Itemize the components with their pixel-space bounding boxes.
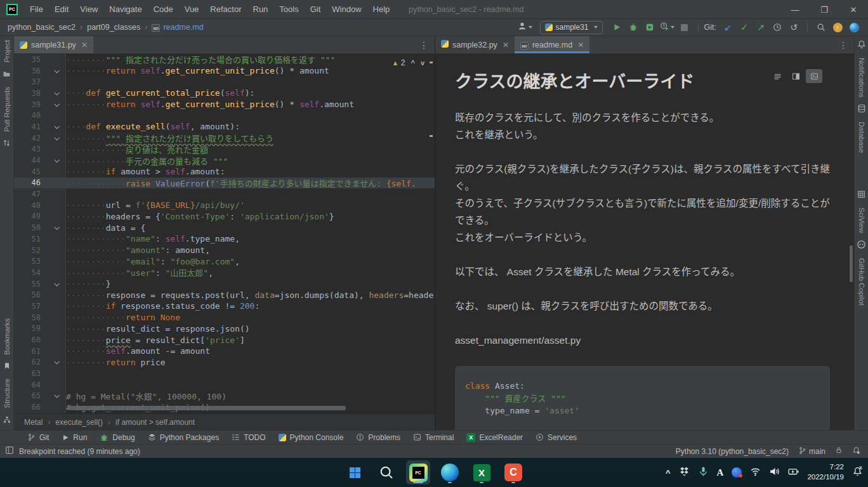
editor-breadcrumb-item[interactable]: if amount > self.amount (115, 418, 195, 427)
close-button[interactable]: ✕ (839, 0, 868, 19)
toolwindow-todo[interactable]: TODO (226, 431, 271, 445)
toolwindow-problems[interactable]: Problems (350, 431, 406, 445)
toolwindow-debug[interactable]: Debug (94, 431, 140, 445)
battery-icon[interactable] (788, 466, 799, 479)
profiler-button[interactable] (659, 20, 676, 34)
taskbar-excel-button[interactable]: X (470, 460, 494, 484)
tab-sample31-py[interactable]: sample31.py ✕ (14, 36, 93, 53)
code-line[interactable]: 50········data = { (14, 222, 435, 233)
prev-warning-icon[interactable]: ^ (411, 59, 414, 67)
stop-button[interactable] (677, 20, 692, 34)
taskbar-edge-button[interactable] (438, 460, 462, 484)
close-tab-icon[interactable]: ✕ (81, 41, 88, 49)
rollback-button[interactable]: ↺ (786, 20, 801, 34)
code-line[interactable]: 54············"user": "山田太郎", (14, 267, 435, 278)
editor-breadcrumb-item[interactable]: Metal (24, 418, 55, 427)
menu-run[interactable]: Run (247, 2, 274, 16)
code-with-me-button[interactable] (846, 20, 862, 34)
code-line[interactable]: 60········price = result_dict['price'] (14, 334, 435, 346)
hidden-icons-chevron[interactable]: ^ (666, 468, 671, 477)
debug-button[interactable] (626, 20, 641, 34)
sidebar-item-pull-requests[interactable]: Pull Requests (3, 87, 11, 132)
fold-column[interactable] (47, 159, 66, 162)
error-stripe-mark[interactable] (430, 62, 433, 63)
menu-navigate[interactable]: Navigate (103, 2, 147, 16)
code-line[interactable]: 48········url = f'{BASE_URL}/api/buy/' (14, 200, 435, 211)
git-update-button[interactable]: ↙ (720, 20, 735, 34)
menu-window[interactable]: Window (326, 2, 367, 16)
menu-git[interactable]: Git (305, 2, 327, 16)
volume-icon[interactable] (769, 466, 780, 479)
toolwindow-terminal[interactable]: Terminal (407, 431, 459, 445)
toolwindow-git[interactable]: Git (22, 431, 55, 445)
taskbar-camtasia-button[interactable]: C (501, 460, 525, 484)
python-interpreter[interactable]: Python 3.10 (python_basic_sec2) (676, 447, 789, 456)
ime-icon[interactable]: A (717, 467, 724, 478)
code-line[interactable]: 45········if amount > self.amount: (14, 166, 435, 178)
code-line[interactable]: 36········return self.get_current_unit_p… (14, 65, 435, 77)
menu-help[interactable]: Help (367, 2, 396, 16)
taskbar-clock[interactable]: 7:22 2022/10/19 (807, 462, 844, 482)
code-line[interactable]: 51············"name": self.type_name, (14, 233, 435, 245)
fold-column[interactable] (47, 282, 66, 286)
code-line[interactable]: 61········self.amount -= amount (14, 346, 435, 357)
menu-vue[interactable]: Vue (179, 2, 205, 16)
git-branch[interactable]: main (798, 446, 825, 457)
sidebar-item-bookmarks[interactable]: Bookmarks (3, 318, 11, 355)
menu-refactor[interactable]: Refactor (204, 2, 247, 16)
minimize-button[interactable]: — (780, 0, 810, 19)
user-sphere-icon[interactable] (732, 467, 742, 477)
tab-readme-md[interactable]: MDreadme.md✕ (515, 36, 589, 53)
run-configuration-select[interactable]: sample31 (540, 21, 603, 34)
tab-list-icon[interactable]: ⋮ (413, 36, 435, 53)
code-line[interactable]: 53············"email": "foo@bar.com", (14, 256, 435, 267)
fold-column[interactable] (47, 394, 66, 398)
code-line[interactable]: 59········result_dict = response.json() (14, 323, 435, 335)
code-line[interactable]: 44············手元の金属の量も減る """ (14, 155, 435, 166)
code-line[interactable]: 38····def get_current_total_price(self): (14, 88, 435, 99)
breadcrumb-item[interactable]: part09_classes (87, 23, 152, 32)
sidebar-item-github-copilot[interactable]: GitHub Copilot (858, 258, 865, 306)
sidebar-item-database[interactable]: Database (858, 122, 865, 153)
menu-edit[interactable]: Edit (49, 2, 74, 16)
vertical-scrollbar[interactable] (850, 245, 853, 282)
tab-list-icon[interactable]: ⋮ (832, 36, 854, 53)
next-warning-icon[interactable]: v (421, 59, 424, 67)
fold-column[interactable] (47, 91, 66, 95)
notification-bell-icon[interactable] (852, 466, 863, 479)
tab-sample32-py[interactable]: sample32.py✕ (435, 36, 515, 53)
code-line[interactable]: 57········if response.status_code != 200… (14, 301, 435, 312)
close-tab-icon[interactable]: ✕ (503, 41, 509, 49)
code-line[interactable]: 63 (14, 368, 435, 379)
code-line[interactable]: 55········} (14, 278, 435, 290)
menu-code[interactable]: Code (148, 2, 179, 16)
menu-view[interactable]: View (74, 2, 103, 16)
taskbar-pycharm-button[interactable]: PC (406, 460, 430, 484)
notifications-icon[interactable] (852, 446, 860, 457)
menu-tools[interactable]: Tools (273, 2, 304, 16)
split-view-icon[interactable] (787, 69, 804, 83)
dropbox-icon[interactable] (679, 466, 690, 479)
sidebar-item-notifications[interactable]: Notifications (858, 58, 865, 98)
inspections-widget[interactable]: ▲ 2 ^ v (392, 58, 424, 67)
code-line[interactable]: 43············戻り値は、売れた金額 (14, 144, 435, 155)
code-line[interactable]: 47 (14, 188, 435, 200)
fold-column[interactable] (47, 360, 66, 364)
code-line[interactable]: 62········return price (14, 357, 435, 368)
code-editor[interactable]: 35········""" 指定された分だけ売った場合の買い取り価格を返す ""… (14, 54, 435, 413)
toolwindow-python-console[interactable]: Python Console (273, 431, 350, 445)
run-coverage-button[interactable] (642, 20, 657, 34)
code-line[interactable]: 41····def execute_sell(self, amount): (14, 121, 435, 133)
editor-breadcrumb-item[interactable]: execute_sell() (55, 418, 115, 427)
user-account-button[interactable] (516, 20, 534, 34)
sidebar-item-project[interactable]: Project (3, 40, 11, 63)
code-line[interactable]: 58············return None (14, 312, 435, 323)
start-button[interactable] (343, 460, 367, 484)
markdown-preview[interactable]: クラスの継承とオーバーライド 既存のクラスを元にして、別のクラスを作ることができ… (435, 54, 854, 430)
wifi-icon[interactable] (750, 466, 761, 479)
fold-column[interactable] (47, 226, 66, 230)
fold-column[interactable] (47, 136, 66, 140)
breadcrumb-item[interactable]: python_basic_sec2 (8, 23, 87, 32)
horizontal-scrollbar[interactable] (69, 406, 346, 410)
ide-update-button[interactable]: ↑ (830, 20, 845, 34)
